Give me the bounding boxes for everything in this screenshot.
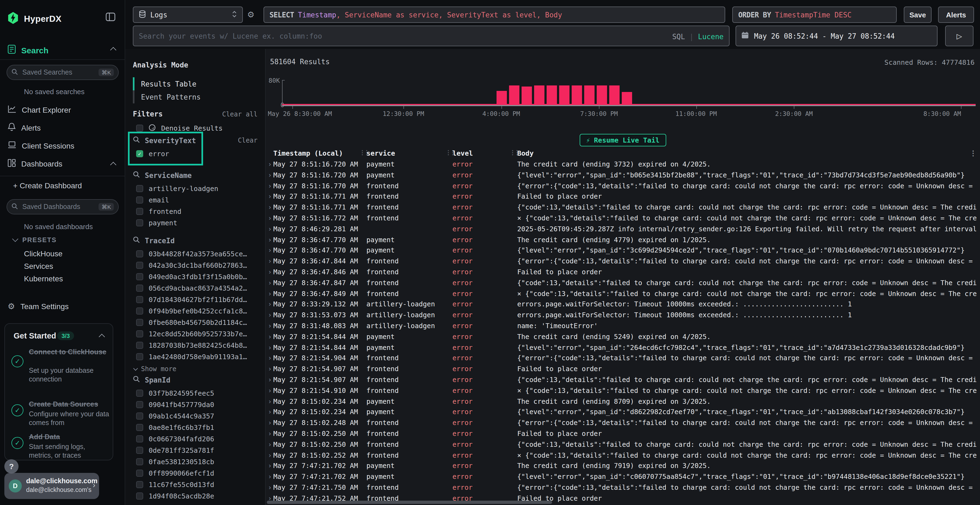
table-row[interactable]: ›May 27 8:36:47.846 AMfrontenderrorFaile… <box>266 267 980 278</box>
row-expand-chevron-icon[interactable]: › <box>268 246 272 257</box>
filter-checkbox[interactable] <box>136 197 143 203</box>
table-row[interactable]: ›May 27 8:51:16.771 AMfrontenderror{"cod… <box>266 202 980 213</box>
resume-live-tail-button[interactable]: ⚡ Resume Live Tail <box>579 134 666 146</box>
filter-option[interactable]: 056cd9acbaac8637a4354a2… <box>136 283 262 294</box>
filter-checkbox[interactable] <box>136 308 143 314</box>
row-expand-chevron-icon[interactable]: › <box>268 397 272 407</box>
sidebar-item-client-sessions[interactable]: Client Sessions <box>8 141 74 150</box>
histogram-bar[interactable] <box>547 86 557 105</box>
filter-option[interactable]: 11c67fe55c0d13fd <box>136 479 262 490</box>
histogram[interactable] <box>282 80 976 105</box>
row-expand-chevron-icon[interactable]: › <box>268 332 272 343</box>
sidebar-item-search[interactable]: Search <box>8 44 48 56</box>
filter-option[interactable]: artillery-loadgen <box>136 183 259 194</box>
histogram-bar[interactable] <box>509 86 519 105</box>
filter-option[interactable]: 0c0667304fafd206 <box>136 433 262 445</box>
table-row[interactable]: ›May 27 8:51:16.772 AMfrontenderror× {"c… <box>266 213 980 224</box>
sidebar-item-clickhouse[interactable]: ClickHouse <box>24 249 63 258</box>
saved-searches-input[interactable]: Saved Searches ⌘K <box>6 65 119 80</box>
row-expand-chevron-icon[interactable]: › <box>268 267 272 278</box>
row-expand-chevron-icon[interactable]: › <box>268 213 272 224</box>
table-row[interactable]: ›May 27 8:21:54.844 AMpaymenterrorThe cr… <box>266 332 980 343</box>
filter-option[interactable]: 03b44828f42a3573ea655ce… <box>136 248 262 260</box>
row-expand-chevron-icon[interactable]: › <box>268 472 272 483</box>
row-expand-chevron-icon[interactable]: › <box>268 343 272 353</box>
table-row[interactable]: ›May 27 8:51:16.770 AMfrontenderror{"err… <box>266 181 980 192</box>
table-row[interactable]: ›May 27 8:33:29.132 AMartillery-loadgene… <box>266 300 980 310</box>
row-expand-chevron-icon[interactable]: › <box>268 202 272 213</box>
row-expand-chevron-icon[interactable]: › <box>268 321 272 332</box>
save-button[interactable]: Save <box>904 6 932 23</box>
mode-results-table[interactable]: Results Table <box>133 77 253 91</box>
filter-option[interactable]: 0ff8990066efcf1d <box>136 467 262 479</box>
table-row[interactable]: ›May 27 8:15:02.234 AMpaymenterror{"leve… <box>266 407 980 418</box>
table-row[interactable]: ›May 27 8:21:54.844 AMpaymenterror{"leve… <box>266 343 980 353</box>
filter-option[interactable]: 12ec8dd52b60b9525733b7e… <box>136 328 262 340</box>
table-row[interactable]: ›May 27 8:21:54.907 AMfrontenderrorFaile… <box>266 364 980 375</box>
row-expand-chevron-icon[interactable]: › <box>268 450 272 461</box>
row-expand-chevron-icon[interactable]: › <box>268 386 272 397</box>
table-row[interactable]: ›May 27 7:47:21.750 AMfrontenderror{"err… <box>266 483 980 494</box>
histogram-bar[interactable] <box>572 86 582 105</box>
filter-checkbox[interactable] <box>136 219 143 226</box>
table-row[interactable]: ›May 27 8:51:16.771 AMfrontenderrorFaile… <box>266 192 980 203</box>
sidebar-item-chart-explorer[interactable]: Chart Explorer <box>8 105 71 115</box>
clear-severity-button[interactable]: Clear <box>238 137 258 144</box>
filter-checkbox[interactable] <box>136 458 143 465</box>
filter-checkbox[interactable] <box>136 413 143 419</box>
presets-toggle[interactable]: PRESETS <box>13 236 57 244</box>
filter-checkbox[interactable] <box>136 481 143 488</box>
table-row[interactable]: ›May 27 8:15:02.234 AMpaymenterrorThe cr… <box>266 397 980 407</box>
search-icon[interactable] <box>133 171 140 179</box>
filter-option[interactable]: 09ab1c4544c9a357 <box>136 410 262 422</box>
filter-checkbox[interactable] <box>136 492 143 500</box>
row-expand-chevron-icon[interactable]: › <box>268 256 272 267</box>
sidebar-item-alerts[interactable]: Alerts <box>8 122 41 133</box>
histogram-bar[interactable] <box>522 87 532 105</box>
table-row[interactable]: ›May 27 8:21:54.910 AMfrontenderror× {"c… <box>266 386 980 397</box>
horizontal-scrollbar-thumb[interactable] <box>267 501 552 504</box>
filter-option[interactable]: 0fae5381230518cb <box>136 456 262 467</box>
row-expand-chevron-icon[interactable]: › <box>268 407 272 418</box>
filter-checkbox[interactable] <box>136 447 143 454</box>
filter-option[interactable]: 0f94b9befe0b4252ccfa1c8… <box>136 305 262 317</box>
filter-checkbox[interactable] <box>136 424 143 431</box>
filter-option[interactable]: 0de781ff325a781f <box>136 445 262 456</box>
filter-checkbox[interactable] <box>136 390 143 397</box>
order-by-input[interactable]: ORDER BY TimestampTime DESC <box>732 6 897 23</box>
column-header-service[interactable]: service <box>366 149 395 157</box>
filter-checkbox[interactable] <box>136 353 143 360</box>
histogram-bar[interactable] <box>597 86 607 105</box>
histogram-bar[interactable] <box>622 92 632 105</box>
table-row[interactable]: ›May 27 8:36:47.770 AMpaymenterrorThe cr… <box>266 235 980 246</box>
row-expand-chevron-icon[interactable]: › <box>268 181 272 192</box>
search-icon[interactable] <box>133 236 140 245</box>
run-query-button[interactable]: ▷ <box>945 25 974 46</box>
filter-checkbox[interactable] <box>136 342 143 349</box>
table-row[interactable]: ›May 27 8:15:02.250 AMfrontenderrorFaile… <box>266 429 980 440</box>
filter-option[interactable]: 07d184304627bf2f11b67dd… <box>136 294 262 305</box>
histogram-bar[interactable] <box>609 86 620 105</box>
filter-checkbox[interactable] <box>136 401 143 408</box>
filter-option[interactable]: payment <box>136 217 259 229</box>
row-expand-chevron-icon[interactable]: › <box>268 461 272 472</box>
time-range-picker[interactable]: May 26 08:52:44 - May 27 08:52:44 <box>735 25 937 46</box>
row-expand-chevron-icon[interactable]: › <box>268 483 272 494</box>
source-select[interactable]: Logs <box>133 6 243 23</box>
filter-option[interactable]: frontend <box>136 206 259 217</box>
filter-checkbox[interactable] <box>136 284 143 292</box>
table-options-kebab-icon[interactable]: ⋮ <box>970 149 977 157</box>
select-clause-input[interactable]: SELECT Timestamp, ServiceName as service… <box>264 6 725 23</box>
alerts-button[interactable]: Alerts <box>938 6 974 23</box>
row-expand-chevron-icon[interactable]: › <box>268 224 272 235</box>
filter-checkbox[interactable] <box>136 296 143 303</box>
filter-checkbox[interactable] <box>136 330 143 337</box>
filter-checkbox[interactable] <box>136 250 143 257</box>
denoise-checkbox[interactable] <box>136 125 143 132</box>
column-header-timestamp[interactable]: Timestamp (Local) <box>273 149 343 157</box>
histogram-bar[interactable] <box>584 86 595 105</box>
histogram-bar[interactable] <box>496 91 507 105</box>
user-account-chip[interactable]: D dale@clickhouse.com dale@clickhouse.co… <box>4 473 99 499</box>
row-expand-chevron-icon[interactable]: › <box>268 429 272 440</box>
table-row[interactable]: ›May 27 7:47:21.702 AMpaymenterrorThe cr… <box>266 461 980 472</box>
